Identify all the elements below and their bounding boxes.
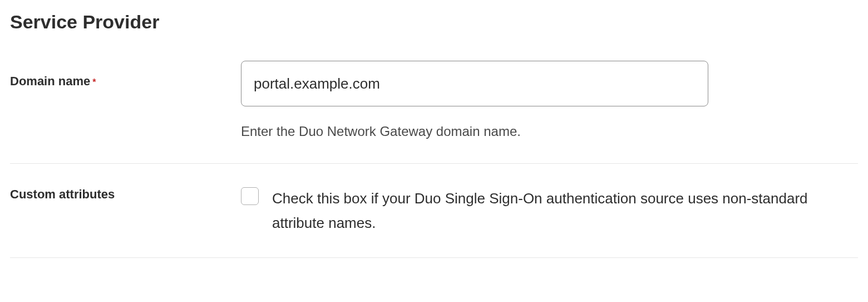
domain-name-label: Domain name — [10, 74, 90, 88]
form-row-custom-attributes: Custom attributes Check this box if your… — [10, 186, 858, 258]
required-asterisk: * — [92, 77, 96, 87]
custom-attributes-label: Custom attributes — [10, 187, 115, 201]
section-title: Service Provider — [10, 11, 858, 33]
form-control-col: Check this box if your Duo Single Sign-O… — [241, 186, 842, 235]
custom-attributes-checkbox[interactable] — [241, 187, 259, 205]
domain-name-input[interactable] — [241, 61, 708, 106]
form-control-col: Enter the Duo Network Gateway domain nam… — [241, 61, 842, 141]
form-label-col: Domain name* — [10, 61, 241, 89]
form-label-col: Custom attributes — [10, 186, 241, 202]
form-row-domain-name: Domain name* Enter the Duo Network Gatew… — [10, 61, 858, 164]
checkbox-row: Check this box if your Duo Single Sign-O… — [241, 186, 842, 235]
custom-attributes-checkbox-label: Check this box if your Duo Single Sign-O… — [272, 186, 842, 235]
domain-name-help-text: Enter the Duo Network Gateway domain nam… — [241, 122, 842, 141]
